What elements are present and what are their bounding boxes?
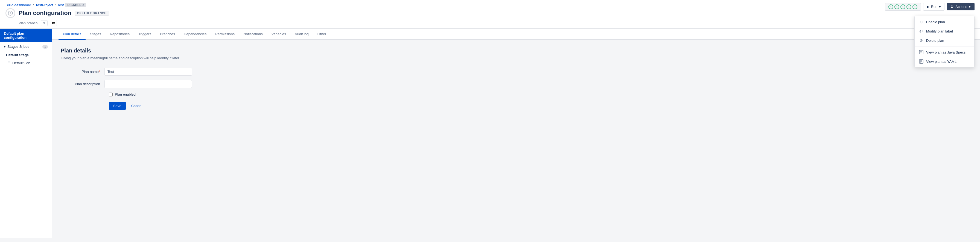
dropdown-item-view-java[interactable]: View plan as Java Specs (915, 47, 974, 57)
gear-icon: ⚙ (950, 5, 954, 9)
default-job-label: Default Job (12, 61, 30, 65)
tab-other[interactable]: Other (313, 28, 331, 40)
dropdown-item-delete-plan[interactable]: ⊗ Delete plan (915, 36, 974, 45)
check-circle-4: ✓ (907, 5, 912, 9)
plan-details-description: Giving your plan a meaningful name and d… (61, 56, 971, 60)
enable-plan-icon: ⊙ (919, 20, 923, 24)
actions-chevron: ▾ (969, 5, 971, 9)
cancel-button[interactable]: Cancel (129, 102, 145, 110)
plan-details-title: Plan details (61, 47, 971, 54)
status-checks: ✓ ✓ ✓ ✓ ✓ (885, 3, 921, 11)
actions-label: Actions (955, 5, 967, 9)
plan-name-label: Plan name* (61, 70, 105, 74)
plan-name-group: Plan name* (61, 68, 971, 76)
list-icon: ☰ (8, 61, 11, 65)
check-circle-3: ✓ (900, 5, 905, 9)
dropdown-item-enable-plan[interactable]: ⊙ Enable plan (915, 17, 974, 27)
tab-dependencies[interactable]: Dependencies (180, 28, 211, 40)
dropdown-item-view-yaml[interactable]: View plan as YAML (915, 57, 974, 66)
breadcrumb: Build dashboard / TestProject / Test DIS… (5, 3, 109, 7)
modify-label-text: Modify plan label (926, 29, 953, 33)
view-yaml-icon (919, 59, 923, 64)
branch-badge: DEFAULT BRANCH (75, 11, 109, 16)
required-asterisk: * (99, 70, 100, 74)
tab-notifications[interactable]: Notifications (239, 28, 267, 40)
plan-description-label: Plan description (61, 82, 105, 86)
branch-select-arrow: ▾ (43, 21, 45, 25)
sidebar: Default plan configuration ▾ Stages & jo… (0, 28, 52, 238)
save-button[interactable]: Save (109, 102, 126, 110)
view-java-label: View plan as Java Specs (926, 50, 966, 54)
tab-stages[interactable]: Stages (86, 28, 105, 40)
check-circle-2: ✓ (894, 5, 899, 9)
delete-plan-icon: ⊗ (919, 38, 923, 43)
chevron-down-icon: ▾ (4, 44, 6, 49)
disabled-badge: DISABLED (65, 3, 86, 7)
plan-branch-label: Plan branch: (19, 21, 38, 25)
modify-label-icon: 🏷 (919, 29, 923, 33)
view-java-icon (919, 50, 923, 54)
plan-enabled-checkbox[interactable] (109, 93, 113, 96)
sidebar-default-job[interactable]: ☰ Default Job (0, 59, 52, 67)
branch-sync-button[interactable]: ⇄ (50, 20, 57, 26)
sidebar-section-header: Default plan configuration (0, 28, 52, 42)
tab-repositories[interactable]: Repositories (105, 28, 134, 40)
delete-plan-label: Delete plan (926, 38, 944, 43)
stages-jobs-count: 1 (42, 45, 48, 49)
page-title: Plan configuration (19, 9, 72, 17)
actions-dropdown: ⊙ Enable plan 🏷 Modify plan label ⊗ Dele… (915, 16, 975, 68)
main-content: Plan details Stages Repositories Trigger… (52, 28, 980, 238)
breadcrumb-sep2: / (55, 3, 56, 7)
plan-name-input[interactable] (105, 68, 192, 76)
check-circle-5: ✓ (912, 5, 917, 9)
form-actions: Save Cancel (109, 102, 971, 110)
run-button[interactable]: ▶ Run ▾ (923, 3, 945, 11)
view-yaml-label: View plan as YAML (926, 60, 956, 64)
run-label: Run (931, 5, 938, 9)
dropdown-item-modify-label[interactable]: 🏷 Modify plan label (915, 27, 974, 36)
run-chevron: ▾ (939, 5, 941, 9)
plan-enabled-label: Plan enabled (115, 92, 135, 96)
sidebar-default-stage[interactable]: Default Stage (0, 51, 52, 59)
breadcrumb-test[interactable]: Test (57, 3, 64, 7)
stages-jobs-label: Stages & jobs (7, 44, 29, 49)
plan-description-input[interactable] (105, 80, 192, 88)
sidebar-stages-jobs[interactable]: ▾ Stages & jobs 1 (0, 42, 52, 51)
enable-plan-label: Enable plan (926, 20, 945, 24)
plan-enabled-row: Plan enabled (109, 92, 971, 96)
tab-plan-details[interactable]: Plan details (59, 28, 86, 40)
branch-select[interactable]: ▾ (41, 20, 48, 26)
plan-description-group: Plan description (61, 80, 971, 88)
breadcrumb-project[interactable]: TestProject (35, 3, 53, 7)
breadcrumb-sep1: / (33, 3, 34, 7)
tab-variables[interactable]: Variables (267, 28, 290, 40)
tab-permissions[interactable]: Permissions (211, 28, 239, 40)
run-icon: ▶ (927, 5, 929, 9)
tab-branches[interactable]: Branches (156, 28, 180, 40)
plan-icon (5, 8, 15, 18)
breadcrumb-build-dashboard[interactable]: Build dashboard (5, 3, 31, 7)
tab-triggers[interactable]: Triggers (134, 28, 156, 40)
check-circle-1: ✓ (888, 5, 893, 9)
tabs-bar: Plan details Stages Repositories Trigger… (52, 28, 980, 40)
actions-button[interactable]: ⚙ Actions ▾ (947, 3, 975, 10)
tab-audit-log[interactable]: Audit log (290, 28, 313, 40)
